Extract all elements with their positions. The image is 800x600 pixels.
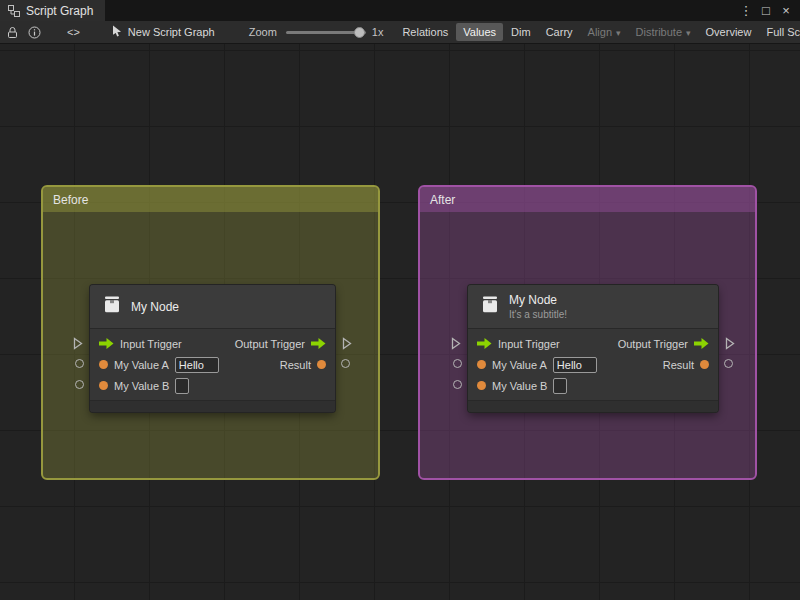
- result-port[interactable]: [700, 360, 709, 369]
- input-trigger-port[interactable]: [477, 338, 492, 349]
- graph-cursor-icon: [112, 25, 122, 39]
- port-label: My Value A: [492, 359, 547, 371]
- group-before-header[interactable]: Before: [43, 187, 378, 212]
- info-icon[interactable]: [28, 26, 41, 39]
- dim-button[interactable]: Dim: [504, 23, 538, 41]
- result-port[interactable]: [317, 360, 326, 369]
- port-label: My Value B: [114, 380, 169, 392]
- carry-button[interactable]: Carry: [539, 23, 580, 41]
- port-row: Input Trigger Output Trigger: [468, 333, 718, 354]
- my-value-b-input[interactable]: [175, 378, 189, 394]
- port-label: Result: [663, 359, 694, 371]
- node-title: My Node: [131, 300, 179, 314]
- unit-icon: [102, 295, 122, 319]
- port-row: My Value B: [90, 375, 335, 396]
- ext-flow-out-port[interactable]: [725, 337, 735, 350]
- node-footer: [468, 401, 718, 412]
- port-row: My Value A Result: [90, 354, 335, 375]
- titlebar: Script Graph ⋮ □ ×: [0, 0, 800, 21]
- ext-flow-in-port[interactable]: [73, 337, 83, 350]
- chevron-down-icon: ▾: [616, 28, 621, 38]
- node-my-node-after[interactable]: My Node It's a subtitle! Input Trigger O…: [468, 285, 718, 412]
- fullscreen-button[interactable]: Full Screen: [759, 23, 800, 41]
- overview-button[interactable]: Overview: [699, 23, 759, 41]
- ext-value-a-port[interactable]: [75, 359, 84, 368]
- output-trigger-port[interactable]: [694, 338, 709, 349]
- ext-flow-in-port[interactable]: [451, 337, 461, 350]
- zoom-label: Zoom: [249, 26, 277, 38]
- chevron-down-icon: ▾: [686, 28, 691, 38]
- port-label: Result: [280, 359, 311, 371]
- node-header[interactable]: My Node It's a subtitle!: [468, 285, 718, 329]
- my-value-b-port[interactable]: [477, 381, 486, 390]
- ext-result-port[interactable]: [341, 359, 350, 368]
- node-header[interactable]: My Node: [90, 285, 335, 329]
- ext-flow-out-port[interactable]: [342, 337, 352, 350]
- ext-value-b-port[interactable]: [75, 380, 84, 389]
- zoom-value: 1x: [372, 26, 384, 38]
- window-menu-button[interactable]: ⋮: [738, 0, 754, 21]
- group-title: After: [430, 193, 455, 207]
- port-label: My Value B: [492, 380, 547, 392]
- my-value-b-input[interactable]: [553, 378, 567, 394]
- values-button[interactable]: Values: [456, 23, 503, 41]
- unit-icon: [480, 295, 500, 319]
- distribute-label: Distribute: [636, 26, 682, 38]
- my-value-a-input[interactable]: [175, 357, 219, 373]
- node-my-node-before[interactable]: My Node Input Trigger Output Trigger: [90, 285, 335, 412]
- toolbar-buttons: Relations Values Dim Carry Align▾ Distri…: [395, 23, 800, 41]
- window-maximize-button[interactable]: □: [758, 0, 774, 21]
- input-trigger-port[interactable]: [99, 338, 114, 349]
- node-rows: Input Trigger Output Trigger My Value A …: [468, 329, 718, 401]
- my-value-a-port[interactable]: [99, 360, 108, 369]
- window-close-button[interactable]: ×: [778, 0, 794, 21]
- my-value-b-port[interactable]: [99, 381, 108, 390]
- port-label: Output Trigger: [618, 338, 688, 350]
- graph-canvas[interactable]: Before My Node Input Trigger: [0, 44, 800, 600]
- ext-value-b-port[interactable]: [453, 380, 462, 389]
- group-before[interactable]: Before My Node Input Trigger: [41, 185, 380, 480]
- port-row: Input Trigger Output Trigger: [90, 333, 335, 354]
- graph-name-label: New Script Graph: [128, 26, 215, 38]
- align-dropdown[interactable]: Align▾: [581, 23, 628, 41]
- node-rows: Input Trigger Output Trigger My Value A …: [90, 329, 335, 401]
- node-subtitle: It's a subtitle!: [509, 309, 567, 320]
- zoom-slider-knob[interactable]: [354, 27, 365, 38]
- port-label: Output Trigger: [235, 338, 305, 350]
- port-label: My Value A: [114, 359, 169, 371]
- zoom-slider[interactable]: [286, 31, 366, 34]
- group-after-header[interactable]: After: [420, 187, 755, 212]
- ext-result-port[interactable]: [724, 359, 733, 368]
- port-label: Input Trigger: [120, 338, 182, 350]
- tab-label: Script Graph: [26, 4, 93, 18]
- code-icon[interactable]: <>: [67, 26, 80, 38]
- port-row: My Value A Result: [468, 354, 718, 375]
- output-trigger-port[interactable]: [311, 338, 326, 349]
- window-controls: ⋮ □ ×: [738, 0, 800, 21]
- group-after[interactable]: After My Node It's a subtitle!: [418, 185, 757, 480]
- script-graph-icon: [8, 5, 20, 17]
- group-title: Before: [53, 193, 88, 207]
- port-row: My Value B: [468, 375, 718, 396]
- tab-script-graph[interactable]: Script Graph: [0, 0, 105, 21]
- align-label: Align: [588, 26, 612, 38]
- ext-value-a-port[interactable]: [453, 359, 462, 368]
- distribute-dropdown[interactable]: Distribute▾: [629, 23, 698, 41]
- relations-button[interactable]: Relations: [395, 23, 455, 41]
- my-value-a-input[interactable]: [553, 357, 597, 373]
- port-label: Input Trigger: [498, 338, 560, 350]
- node-title: My Node: [509, 293, 567, 307]
- graph-name-button[interactable]: New Script Graph: [112, 25, 215, 39]
- lock-icon[interactable]: [7, 26, 18, 39]
- my-value-a-port[interactable]: [477, 360, 486, 369]
- node-footer: [90, 401, 335, 412]
- toolbar: <> New Script Graph Zoom 1x Relations Va…: [0, 21, 800, 44]
